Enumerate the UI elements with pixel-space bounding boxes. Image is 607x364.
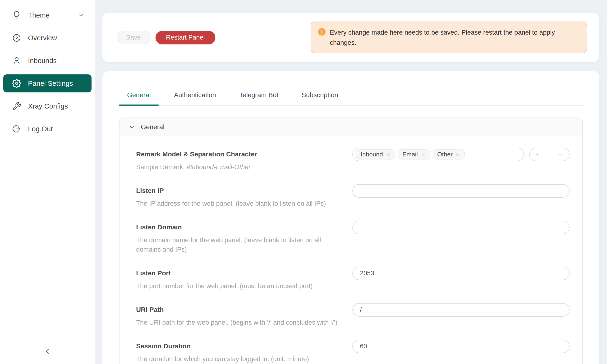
close-icon[interactable] (455, 152, 460, 157)
field-description: The port number for the web panel. (must… (136, 281, 347, 291)
remark-model-tags-input[interactable]: Inbound Email (352, 148, 524, 161)
field-description: The URI path for the web panel. (begins … (136, 318, 347, 327)
warning-alert-text: Every change made here needs to be saved… (330, 27, 580, 48)
general-section: General Remark Model & Separation Charac… (119, 117, 583, 364)
sidebar-item-inbounds[interactable]: Inbounds (3, 52, 92, 70)
tab-subscription[interactable]: Subscription (293, 91, 346, 105)
field-row-uri-path: URI Path The URI path for the web panel.… (136, 303, 569, 327)
field-row-remark-model: Remark Model & Separation Character Samp… (136, 148, 569, 172)
section-title: General (141, 123, 165, 131)
field-label: Listen IP (136, 184, 347, 195)
listen-port-input[interactable] (352, 267, 569, 280)
dashboard-icon (12, 33, 21, 43)
listen-ip-input[interactable] (352, 184, 569, 198)
sidebar-item-label: Log Out (28, 125, 84, 133)
warning-alert: ! Every change made here needs to be sav… (311, 22, 587, 53)
field-row-listen-domain: Listen Domain The domain name for the we… (136, 221, 569, 254)
field-row-listen-port: Listen Port The port number for the web … (136, 267, 569, 291)
sidebar-item-label: Theme (28, 11, 78, 19)
sidebar: Theme Overview Inbounds (0, 0, 95, 364)
sidebar-collapse-button[interactable] (43, 347, 52, 356)
field-label: URI Path (136, 303, 347, 313)
toolbar-buttons: Save Restart Panel (117, 31, 215, 44)
close-icon[interactable] (386, 152, 391, 157)
chevron-left-icon (43, 347, 52, 356)
field-label: Remark Model & Separation Character (136, 148, 347, 158)
tab-authentication[interactable]: Authentication (166, 91, 224, 105)
chevron-down-icon (78, 12, 84, 18)
tag-email: Email (398, 149, 430, 159)
field-row-session-duration: Session Duration The duration for which … (136, 339, 569, 364)
sidebar-item-label: Overview (28, 34, 84, 42)
close-icon[interactable] (421, 152, 425, 157)
tab-telegram-bot[interactable]: Telegram Bot (231, 91, 286, 105)
chevron-down-icon (558, 152, 563, 157)
sidebar-item-theme[interactable]: Theme (3, 6, 92, 24)
warning-icon: ! (318, 28, 326, 36)
save-button[interactable]: Save (117, 31, 150, 44)
field-label: Listen Port (136, 267, 347, 277)
main-content: Save Restart Panel ! Every change made h… (95, 0, 607, 364)
chevron-down-icon (129, 124, 135, 130)
sidebar-item-log-out[interactable]: Log Out (3, 120, 92, 138)
sidebar-item-xray-configs[interactable]: Xray Configs (3, 97, 92, 115)
sidebar-item-overview[interactable]: Overview (3, 29, 92, 47)
wrench-icon (12, 102, 21, 111)
sidebar-item-label: Panel Settings (28, 80, 84, 88)
field-label: Listen Domain (136, 221, 347, 231)
field-description: The duration for which you can stay logg… (136, 354, 347, 364)
session-duration-input[interactable] (352, 339, 569, 353)
restart-panel-button[interactable]: Restart Panel (156, 31, 215, 44)
field-description: The IP address for the web panel. (leave… (136, 199, 347, 208)
field-description: Sample Remark: #Inbound-Email-Other (136, 162, 347, 172)
toolbar-card: Save Restart Panel ! Every change made h… (102, 13, 599, 62)
listen-domain-input[interactable] (352, 221, 569, 234)
sidebar-item-label: Xray Configs (28, 102, 84, 110)
general-section-content: Remark Model & Separation Character Samp… (119, 136, 582, 364)
uri-path-input[interactable] (352, 303, 569, 317)
tab-bar: General Authentication Telegram Bot Subs… (119, 91, 583, 106)
bulb-icon (12, 11, 21, 20)
separator-select[interactable]: - (529, 148, 569, 161)
field-description: The domain name for the web panel. (leav… (136, 235, 347, 254)
logout-icon (12, 124, 21, 134)
tag-inbound: Inbound (356, 149, 395, 159)
sidebar-item-panel-settings[interactable]: Panel Settings (3, 74, 92, 92)
tab-general[interactable]: General (119, 91, 159, 105)
field-row-listen-ip: Listen IP The IP address for the web pan… (136, 184, 569, 208)
sample-remark: #Inbound-Email-Other (186, 163, 251, 171)
settings-card: General Authentication Telegram Bot Subs… (102, 71, 599, 364)
field-label: Session Duration (136, 339, 347, 350)
tag-other: Other (433, 149, 465, 159)
app-root: Theme Overview Inbounds (0, 0, 607, 364)
sidebar-item-label: Inbounds (28, 57, 84, 65)
gear-icon (12, 79, 21, 88)
general-section-header[interactable]: General (119, 118, 582, 136)
user-icon (12, 56, 21, 65)
